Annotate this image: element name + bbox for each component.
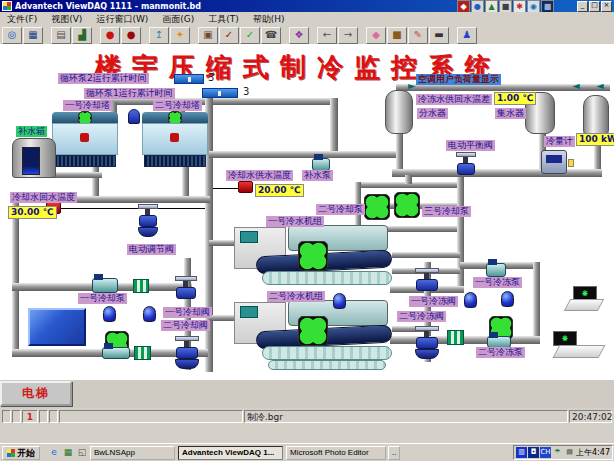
check-green-icon[interactable]: ✓ [240,27,260,44]
minimize-button[interactable]: _ [577,1,588,12]
cooling-valve-2[interactable] [175,336,199,374]
pccillin-tray-icon[interactable]: ☂ [552,447,563,458]
status-cell [49,410,58,423]
red-ball-icon[interactable]: ● [100,27,120,44]
menu-item[interactable]: 文件(F) [0,13,44,26]
scheduler-tray-icon[interactable]: ◘ [528,447,539,458]
label-cool-valve2: 二号冷却阀 [161,320,210,331]
status-bar: 1 制冷.bgr 20:47:02 [0,408,614,426]
close-button[interactable]: × [601,1,612,12]
status-filler [59,410,243,423]
task-button-bwlnsapp[interactable]: BwLNSApp [90,446,175,460]
zoom-icon[interactable]: ◎ [2,27,22,44]
toolbar: ◎▦▤▟●●↥✦▣✓✓☎❖←→◆■✎▬♟ [0,26,614,44]
check-red-icon[interactable]: ✓ [219,27,239,44]
regulating-valve[interactable] [138,204,158,244]
water-pool [28,308,86,346]
brush-icon[interactable]: ✎ [408,27,428,44]
status-cell [39,410,48,423]
channels-icon[interactable]: ◱ [76,446,88,459]
energy-value[interactable]: 100 kWh [576,133,614,146]
chilled-valve-1[interactable] [415,268,439,294]
monitor-tray-icon[interactable]: ▥ [516,447,527,458]
pipe [533,262,540,344]
cooling-valve-1[interactable] [175,276,197,300]
cooling-pump-3-running-icon[interactable] [394,192,420,218]
camera-icon[interactable]: ▣ [198,27,218,44]
film-icon[interactable]: ▬ [429,27,449,44]
flow-switch-icon [133,279,149,293]
title-bar[interactable]: Advantech ViewDAQ 1111 - manmonit.bd ◆●▲… [0,0,614,12]
makeup-water-tank[interactable] [12,138,56,178]
flow-arrow-icon: ► [408,81,416,91]
tray-clock[interactable]: 上午4:47 [576,447,610,458]
phone-icon[interactable]: ☎ [261,27,281,44]
balance-valve[interactable] [456,152,476,174]
chiller-1[interactable] [232,223,396,289]
system-tray: ▥◘CH☂▤ 上午4:47 [513,445,613,460]
counter-value-box[interactable] [202,88,238,98]
cooling-tower-2[interactable] [142,112,208,169]
pipe [390,336,540,344]
task-overflow-button[interactable]: .. [388,446,400,460]
eraser-icon[interactable]: ◆ [366,27,386,44]
cooling-tower-1[interactable] [52,112,118,169]
label-cool-pump3: 三号冷却泵 [422,206,471,217]
damper-actuator-icon[interactable] [127,107,141,126]
label-chill-pump2: 二号冷冻泵 [476,347,525,358]
app-icon [2,1,12,11]
fan-status-display[interactable]: ⁕ [553,331,577,346]
tray-icons: ▥◘CH☂▤ [516,447,575,458]
person-icon[interactable]: ♟ [457,27,477,44]
counter-value: 3 [208,72,214,83]
nav-button[interactable]: 电梯 [0,381,72,406]
menu-item[interactable]: 运行窗口(W) [89,13,155,26]
return-temp-value[interactable]: 30.00 ℃ [8,206,57,219]
label-temp-diff: 冷冻水供回水温差 [416,94,492,105]
key-icon[interactable]: ✦ [170,27,190,44]
network-tray-icon[interactable]: ▤ [564,447,575,458]
flow-arrow-icon: ◄ [572,81,580,91]
window-title: Advantech ViewDAQ 1111 - manmonit.bd [15,2,201,11]
supply-temp-value[interactable]: 20.00 ℃ [255,184,304,197]
chart-icon[interactable]: ▟ [72,27,92,44]
temp-diff-value[interactable]: 1.00 ℃ [494,92,536,105]
energy-meter[interactable] [541,150,567,174]
ime-ch-icon[interactable]: CH [540,447,551,458]
menu-item[interactable]: 工具(T) [201,13,246,26]
label-chiller2: 二号冷水机组 [267,291,325,302]
upload-icon[interactable]: ↥ [149,27,169,44]
flow-switch-icon [134,346,151,360]
forward-icon[interactable]: → [338,27,358,44]
menu-item[interactable]: 视图(V) [44,13,89,26]
distributor-vessel[interactable] [385,90,413,134]
assistant-icon[interactable]: ■ [387,27,407,44]
menu-item[interactable]: 画面(G) [155,13,201,26]
alarm-ball-icon[interactable]: ● [121,27,141,44]
back-icon[interactable]: ← [317,27,337,44]
ie-icon[interactable]: e [48,446,60,459]
cooling-pump-2-running-icon[interactable] [364,194,390,220]
chilled-valve-2[interactable] [415,326,439,364]
cooling-pump-1[interactable] [92,278,118,293]
grid-icon[interactable]: ▦ [23,27,43,44]
start-button[interactable]: 开始 [2,446,40,460]
fan-status-display[interactable]: ⁕ [573,286,597,300]
task-button-viewdaq[interactable]: Advantech ViewDAQ 1... [178,446,283,460]
counter-value-box[interactable] [174,74,204,84]
restore-button[interactable]: □ [589,1,600,12]
label-cool-pump1: 一号冷却泵 [78,293,127,304]
chilled-pump-1[interactable] [486,263,506,277]
chiller-2[interactable] [232,298,396,370]
print-preview-icon[interactable]: ▤ [51,27,71,44]
status-cell [12,410,21,423]
menu-item[interactable]: 帮助(H) [246,13,292,26]
flow-switch-icon [447,330,464,345]
label-distributor: 分水器 [417,108,448,119]
label-makeup-pump: 补水泵 [302,170,333,181]
status-lamp [464,292,477,308]
sensor-wire [213,188,240,189]
desktop-icon[interactable]: ▦ [62,446,74,459]
palette-icon[interactable]: ❖ [289,27,309,44]
task-button-photo-editor[interactable]: Microsoft Photo Editor [286,446,386,460]
